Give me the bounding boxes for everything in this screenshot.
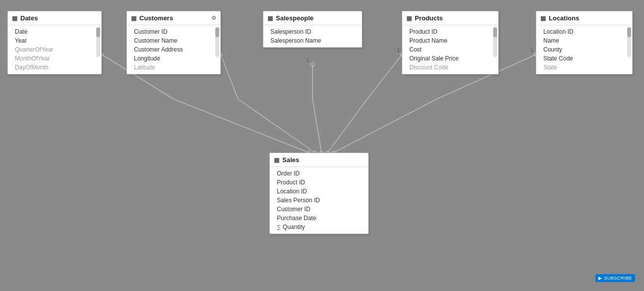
subscribe-badge[interactable]: ▶ SUBSCRIBE xyxy=(595,274,635,282)
table-row: Date xyxy=(8,27,101,36)
customers-table-menu[interactable]: ⚙ xyxy=(211,15,216,21)
customers-scrollbar[interactable] xyxy=(215,27,219,57)
customers-table-body: Customer ID Customer Name Customer Addre… xyxy=(127,25,220,74)
products-table-title: Products xyxy=(415,14,494,22)
table-row: DayOfMonth xyxy=(8,63,101,72)
table-row: Location ID xyxy=(270,187,368,196)
svg-line-5 xyxy=(238,99,315,153)
dates-table: ▦ Dates Date Year QuarterOfYear MonthOfY… xyxy=(7,11,102,74)
dates-table-icon: ▦ xyxy=(12,15,17,22)
products-scrollbar[interactable] xyxy=(493,27,497,57)
table-row: Original Sale Price xyxy=(402,54,498,63)
svg-text:*: * xyxy=(303,144,306,152)
salespeople-table-title: Salespeople xyxy=(276,14,358,22)
table-row: Product Name xyxy=(402,36,498,45)
customers-table-header: ▦ Customers ⚙ xyxy=(127,11,220,25)
salespeople-table-icon: ▦ xyxy=(267,15,273,22)
table-row: Customer Address xyxy=(127,45,220,54)
svg-text:1: 1 xyxy=(397,47,400,53)
dates-table-body: Date Year QuarterOfYear MonthOfYear DayO… xyxy=(8,25,101,74)
dates-table-header: ▦ Dates xyxy=(8,11,101,25)
sales-table-icon: ▦ xyxy=(274,157,279,164)
products-table-body: Product ID Product Name Cost Original Sa… xyxy=(402,25,498,74)
svg-point-10 xyxy=(311,62,315,66)
table-row: Product ID xyxy=(402,27,498,36)
table-row: Cost xyxy=(402,45,498,54)
locations-scrollbar-thumb[interactable] xyxy=(627,27,631,37)
table-row: State xyxy=(536,63,632,72)
svg-text:1: 1 xyxy=(530,47,533,53)
locations-scrollbar[interactable] xyxy=(627,27,631,57)
table-row: Name xyxy=(536,36,632,45)
salespeople-table-header: ▦ Salespeople xyxy=(263,11,362,25)
table-row: Year xyxy=(8,36,101,45)
table-row: QuarterOfYear xyxy=(8,45,101,54)
table-row: ∑ Quantity xyxy=(270,223,368,232)
salespeople-table: ▦ Salespeople Salesperson ID Salesperson… xyxy=(263,11,362,48)
dates-scrollbar-thumb[interactable] xyxy=(96,27,100,37)
products-table: ▦ Products Product ID Product Name Cost … xyxy=(402,11,499,74)
locations-table: ▦ Locations Location ID Name County Stat… xyxy=(536,11,633,74)
locations-table-title: Locations xyxy=(549,14,628,22)
dates-scrollbar[interactable] xyxy=(96,27,100,57)
table-row: Customer Name xyxy=(127,36,220,45)
table-row: Product ID xyxy=(270,178,368,187)
svg-text:*: * xyxy=(338,144,341,152)
locations-table-icon: ▦ xyxy=(540,15,546,22)
svg-text:1: 1 xyxy=(306,57,309,63)
table-row: Salesperson ID xyxy=(263,27,362,36)
svg-line-17 xyxy=(333,99,437,153)
table-row: Sales Person ID xyxy=(270,196,368,205)
customers-table-title: Customers xyxy=(139,14,208,22)
sales-table: ▦ Sales Order ID Product ID Location ID … xyxy=(269,153,369,234)
svg-text:*: * xyxy=(322,144,324,152)
svg-line-4 xyxy=(221,55,238,99)
table-row: Customer ID xyxy=(127,27,220,36)
products-table-icon: ▦ xyxy=(406,15,412,22)
table-row: Discount Code xyxy=(402,63,498,72)
table-row: Location ID xyxy=(536,27,632,36)
sales-table-header: ▦ Sales xyxy=(270,153,368,167)
table-row: Latitude xyxy=(127,63,220,72)
products-table-header: ▦ Products xyxy=(402,11,498,25)
svg-line-9 xyxy=(313,99,322,153)
svg-line-12 xyxy=(367,55,402,99)
table-row: Purchase Date xyxy=(270,214,368,223)
salespeople-table-body: Salesperson ID Salesperson Name xyxy=(263,25,362,47)
table-row: State Code xyxy=(536,54,632,63)
locations-table-body: Location ID Name County State Code State xyxy=(536,25,632,74)
subscribe-label: SUBSCRIBE xyxy=(604,276,632,281)
table-row: County xyxy=(536,45,632,54)
sales-table-title: Sales xyxy=(282,156,364,164)
table-row: Customer ID xyxy=(270,205,368,214)
svg-line-13 xyxy=(327,99,367,153)
products-scrollbar-thumb[interactable] xyxy=(493,27,497,37)
table-row: Order ID xyxy=(270,169,368,178)
table-row: Salesperson Name xyxy=(263,36,362,45)
customers-scrollbar-thumb[interactable] xyxy=(215,27,219,37)
diagram-canvas: 1 1 1 1 1 * * * * * ▦ Dates Date Year Qu… xyxy=(0,0,644,291)
dates-table-title: Dates xyxy=(20,14,97,22)
customers-table-icon: ▦ xyxy=(131,15,136,22)
customers-table: ▦ Customers ⚙ Customer ID Customer Name … xyxy=(127,11,221,74)
sales-table-body: Order ID Product ID Location ID Sales Pe… xyxy=(270,167,368,233)
svg-text:*: * xyxy=(313,144,316,152)
svg-line-1 xyxy=(174,99,309,153)
svg-text:*: * xyxy=(330,144,333,152)
sigma-icon: ∑ xyxy=(277,224,281,230)
subscribe-icon: ▶ xyxy=(598,276,602,281)
table-row: Longitude xyxy=(127,54,220,63)
table-row: MonthOfYear xyxy=(8,54,101,63)
locations-table-header: ▦ Locations xyxy=(536,11,632,25)
